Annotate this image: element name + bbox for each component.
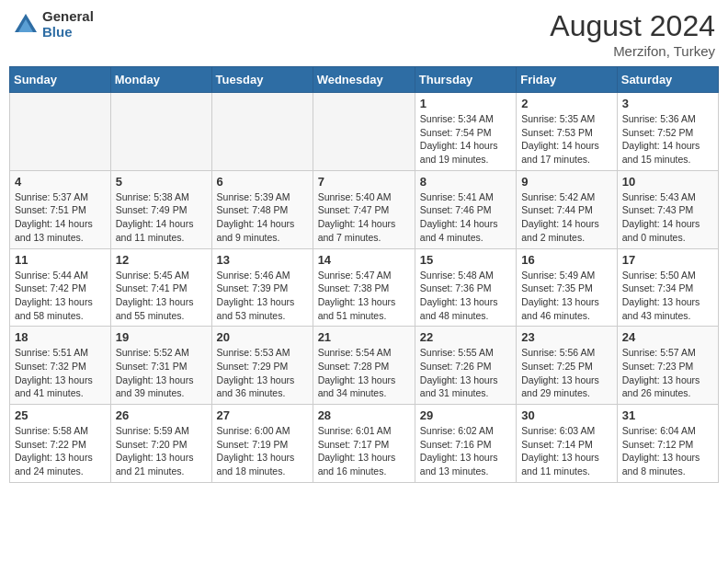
day-of-week-header: Saturday (617, 67, 718, 93)
calendar-day-cell: 6Sunrise: 5:39 AM Sunset: 7:48 PM Daylig… (211, 170, 313, 248)
calendar-day-cell: 12Sunrise: 5:45 AM Sunset: 7:41 PM Dayli… (110, 248, 211, 327)
logo-blue-text: Blue (42, 25, 94, 40)
calendar-day-cell: 3Sunrise: 5:36 AM Sunset: 7:52 PM Daylig… (617, 93, 718, 171)
calendar-day-cell: 16Sunrise: 5:49 AM Sunset: 7:35 PM Dayli… (517, 248, 618, 327)
day-info: Sunrise: 6:00 AM Sunset: 7:19 PM Dayligh… (217, 424, 308, 478)
calendar-week-row: 25Sunrise: 5:58 AM Sunset: 7:22 PM Dayli… (10, 405, 719, 483)
day-info: Sunrise: 5:43 AM Sunset: 7:43 PM Dayligh… (622, 190, 713, 245)
day-of-week-header: Monday (110, 67, 211, 93)
calendar-day-cell: 25Sunrise: 5:58 AM Sunset: 7:22 PM Dayli… (10, 405, 111, 483)
calendar-week-row: 1Sunrise: 5:34 AM Sunset: 7:54 PM Daylig… (10, 93, 719, 171)
day-of-week-header: Thursday (415, 67, 516, 93)
day-info: Sunrise: 5:34 AM Sunset: 7:54 PM Dayligh… (420, 112, 511, 167)
logo-icon (13, 12, 39, 38)
day-info: Sunrise: 5:37 AM Sunset: 7:51 PM Dayligh… (15, 190, 106, 245)
day-info: Sunrise: 5:35 AM Sunset: 7:53 PM Dayligh… (521, 112, 612, 167)
day-number: 28 (318, 408, 410, 422)
calendar-day-cell: 8Sunrise: 5:41 AM Sunset: 7:46 PM Daylig… (415, 170, 516, 248)
day-number: 24 (622, 330, 713, 344)
day-number: 7 (318, 175, 410, 189)
day-info: Sunrise: 5:58 AM Sunset: 7:22 PM Dayligh… (15, 424, 106, 478)
day-info: Sunrise: 5:57 AM Sunset: 7:23 PM Dayligh… (622, 346, 713, 400)
calendar-day-cell: 31Sunrise: 6:04 AM Sunset: 7:12 PM Dayli… (617, 405, 718, 483)
calendar-day-cell (211, 93, 313, 171)
calendar-day-cell: 26Sunrise: 5:59 AM Sunset: 7:20 PM Dayli… (110, 405, 211, 483)
day-number: 25 (15, 408, 106, 422)
calendar-day-cell: 27Sunrise: 6:00 AM Sunset: 7:19 PM Dayli… (211, 405, 313, 483)
day-info: Sunrise: 5:50 AM Sunset: 7:34 PM Dayligh… (622, 269, 713, 323)
day-info: Sunrise: 5:39 AM Sunset: 7:48 PM Dayligh… (217, 190, 308, 245)
day-number: 15 (420, 253, 511, 267)
calendar-day-cell: 20Sunrise: 5:53 AM Sunset: 7:29 PM Dayli… (211, 327, 313, 405)
day-number: 27 (217, 408, 308, 422)
day-number: 26 (116, 408, 207, 422)
day-number: 21 (318, 330, 410, 344)
calendar-day-cell (110, 93, 211, 171)
day-number: 10 (622, 175, 713, 189)
calendar-day-cell: 21Sunrise: 5:54 AM Sunset: 7:28 PM Dayli… (313, 327, 415, 405)
day-number: 23 (521, 330, 612, 344)
logo-text: General Blue (42, 9, 94, 40)
day-info: Sunrise: 5:56 AM Sunset: 7:25 PM Dayligh… (521, 346, 612, 400)
day-number: 30 (521, 408, 612, 422)
calendar-day-cell: 24Sunrise: 5:57 AM Sunset: 7:23 PM Dayli… (617, 327, 718, 405)
logo-general-text: General (42, 9, 94, 25)
calendar-week-row: 11Sunrise: 5:44 AM Sunset: 7:42 PM Dayli… (10, 248, 719, 327)
day-info: Sunrise: 5:54 AM Sunset: 7:28 PM Dayligh… (318, 346, 410, 400)
calendar-day-cell: 9Sunrise: 5:42 AM Sunset: 7:44 PM Daylig… (517, 170, 618, 248)
calendar-day-cell: 10Sunrise: 5:43 AM Sunset: 7:43 PM Dayli… (617, 170, 718, 248)
day-info: Sunrise: 5:40 AM Sunset: 7:47 PM Dayligh… (318, 190, 410, 245)
calendar-day-cell (313, 93, 415, 171)
day-info: Sunrise: 5:49 AM Sunset: 7:35 PM Dayligh… (521, 269, 612, 323)
day-info: Sunrise: 5:41 AM Sunset: 7:46 PM Dayligh… (420, 190, 511, 245)
day-number: 31 (622, 408, 713, 422)
calendar-day-cell: 2Sunrise: 5:35 AM Sunset: 7:53 PM Daylig… (517, 93, 618, 171)
day-number: 12 (116, 253, 207, 267)
calendar-day-cell: 4Sunrise: 5:37 AM Sunset: 7:51 PM Daylig… (10, 170, 111, 248)
day-number: 9 (521, 175, 612, 189)
day-number: 20 (217, 330, 308, 344)
location: Merzifon, Turkey (550, 43, 715, 59)
day-of-week-header: Wednesday (313, 67, 415, 93)
calendar-day-cell: 1Sunrise: 5:34 AM Sunset: 7:54 PM Daylig… (415, 93, 516, 171)
calendar-day-cell: 28Sunrise: 6:01 AM Sunset: 7:17 PM Dayli… (313, 405, 415, 483)
calendar-header-row: SundayMondayTuesdayWednesdayThursdayFrid… (10, 67, 719, 93)
calendar-day-cell: 5Sunrise: 5:38 AM Sunset: 7:49 PM Daylig… (110, 170, 211, 248)
day-info: Sunrise: 6:04 AM Sunset: 7:12 PM Dayligh… (622, 424, 713, 478)
day-number: 22 (420, 330, 511, 344)
day-number: 1 (420, 97, 511, 110)
day-number: 14 (318, 253, 410, 267)
calendar-day-cell: 7Sunrise: 5:40 AM Sunset: 7:47 PM Daylig… (313, 170, 415, 248)
day-number: 5 (116, 175, 207, 189)
day-info: Sunrise: 6:02 AM Sunset: 7:16 PM Dayligh… (420, 424, 511, 478)
calendar-day-cell: 18Sunrise: 5:51 AM Sunset: 7:32 PM Dayli… (10, 327, 111, 405)
day-info: Sunrise: 5:47 AM Sunset: 7:38 PM Dayligh… (318, 269, 410, 323)
calendar-day-cell: 30Sunrise: 6:03 AM Sunset: 7:14 PM Dayli… (517, 405, 618, 483)
day-number: 8 (420, 175, 511, 189)
calendar-day-cell: 15Sunrise: 5:48 AM Sunset: 7:36 PM Dayli… (415, 248, 516, 327)
calendar-day-cell: 23Sunrise: 5:56 AM Sunset: 7:25 PM Dayli… (517, 327, 618, 405)
calendar-day-cell: 14Sunrise: 5:47 AM Sunset: 7:38 PM Dayli… (313, 248, 415, 327)
day-info: Sunrise: 5:48 AM Sunset: 7:36 PM Dayligh… (420, 269, 511, 323)
day-info: Sunrise: 5:45 AM Sunset: 7:41 PM Dayligh… (116, 269, 207, 323)
calendar-day-cell (10, 93, 111, 171)
logo: General Blue (13, 9, 94, 40)
day-info: Sunrise: 5:53 AM Sunset: 7:29 PM Dayligh… (217, 346, 308, 400)
day-number: 19 (116, 330, 207, 344)
calendar-day-cell: 29Sunrise: 6:02 AM Sunset: 7:16 PM Dayli… (415, 405, 516, 483)
day-info: Sunrise: 5:55 AM Sunset: 7:26 PM Dayligh… (420, 346, 511, 400)
calendar-day-cell: 19Sunrise: 5:52 AM Sunset: 7:31 PM Dayli… (110, 327, 211, 405)
day-info: Sunrise: 6:01 AM Sunset: 7:17 PM Dayligh… (318, 424, 410, 478)
day-number: 4 (15, 175, 106, 189)
day-number: 29 (420, 408, 511, 422)
calendar: SundayMondayTuesdayWednesdayThursdayFrid… (9, 66, 719, 483)
day-info: Sunrise: 5:46 AM Sunset: 7:39 PM Dayligh… (217, 269, 308, 323)
day-number: 17 (622, 253, 713, 267)
title-block: August 2024 Merzifon, Turkey (550, 9, 715, 59)
day-number: 18 (15, 330, 106, 344)
calendar-week-row: 18Sunrise: 5:51 AM Sunset: 7:32 PM Dayli… (10, 327, 719, 405)
day-number: 11 (15, 253, 106, 267)
day-number: 16 (521, 253, 612, 267)
day-of-week-header: Tuesday (211, 67, 313, 93)
day-info: Sunrise: 5:44 AM Sunset: 7:42 PM Dayligh… (15, 269, 106, 323)
